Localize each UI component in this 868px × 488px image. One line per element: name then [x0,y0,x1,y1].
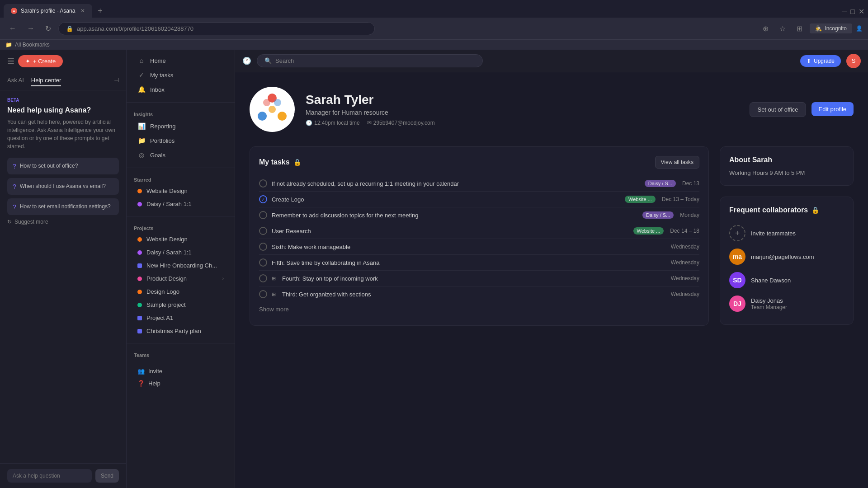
back-btn[interactable]: ← [5,23,20,34]
projects-section: Projects Website Design Daisy / Sarah 1:… [127,218,235,341]
create-icon: ✦ [25,58,30,65]
incognito-icon: 🕵 [815,25,822,32]
help-center-tab[interactable]: Help center [31,77,61,86]
help-prompt-2[interactable]: ? When should I use Asana vs email? [7,178,119,195]
incognito-btn[interactable]: 🕵 Incognito [810,23,852,33]
app: ☰ ✦ + Create Ask AI Help center ⊣ BETA N… [0,50,868,488]
history-btn[interactable]: 🕐 [242,56,251,65]
task-check-6[interactable] [259,258,267,267]
task-check-8[interactable] [259,290,267,298]
nav-section: ⌂ Home ✓ My tasks 🔔 Inbox [127,50,235,100]
task-check-3[interactable] [259,211,267,219]
profile-info: Sarah Tyler Manager for Human resource 🕐… [306,93,739,126]
task-check-1[interactable] [259,179,267,188]
collab-role-daisy: Team Manager [751,304,844,310]
sidebar-project-new-hire[interactable]: New Hire Onboarding Ch... [130,259,231,272]
search-bar[interactable]: 🔍 Search [257,54,483,67]
proj-dot-2 [137,250,142,255]
invite-circle-btn[interactable]: + [729,225,745,241]
task-check-2[interactable]: ✓ [259,195,267,203]
suggest-more-btn[interactable]: ↻ Suggest more [7,219,119,225]
help-prompt-3[interactable]: ? How to set email notification settings… [7,198,119,215]
create-btn[interactable]: ✦ + Create [18,55,63,67]
sidebar-starred-website[interactable]: Website Design [130,184,231,197]
right-panel: About Sarah Working Hours 9 AM to 5 PM F… [709,146,854,337]
sidebar-project-design-logo[interactable]: Design Logo [130,285,231,298]
profile-actions: Set out of office Edit profile [750,102,854,117]
sidebar-item-home[interactable]: ⌂ Home [130,53,231,68]
help-sidebar-btn[interactable]: ❓ Help [134,377,227,389]
task-tag-1: Daisy / S... [645,180,676,187]
bookmarks-icon: 📁 [5,42,12,48]
collab-item-shane[interactable]: SD Shane Dawson [729,268,844,292]
set-out-of-office-btn[interactable]: Set out of office [750,102,806,117]
sidebar-project-a1[interactable]: Project A1 [130,311,231,324]
hamburger-btn[interactable]: ☰ [7,56,14,66]
view-all-tasks-btn[interactable]: View all tasks [655,156,699,169]
ask-ai-tab[interactable]: Ask AI [7,77,24,86]
user-avatar[interactable]: S [846,54,861,68]
help-circle-icon: ❓ [137,380,145,387]
my-tasks-label: My tasks [150,72,173,79]
user-profile-btn[interactable]: 👤 [856,25,863,32]
address-text: app.asana.com/0/profile/1206160204288770 [77,25,193,32]
sidebar-item-goals[interactable]: ◎ Goals [130,148,231,162]
show-more-btn[interactable]: Show more [259,302,699,316]
edit-profile-btn[interactable]: Edit profile [811,102,854,116]
proj-label-1: Website Design [146,236,188,243]
extensions-btn[interactable]: ⊕ [759,23,772,35]
sidebar-project-product-design[interactable]: Product Design › [130,272,231,285]
sidebar-project-website[interactable]: Website Design [130,233,231,246]
proj-dot-4 [137,277,142,281]
tab-favicon: A [11,8,17,14]
invite-icon: 👥 [137,368,145,375]
tab-close-btn[interactable]: ✕ [80,8,85,14]
invite-teammates-item[interactable]: + Invite teammates [729,221,844,245]
new-tab-btn[interactable]: + [94,5,106,18]
help-input[interactable] [7,469,92,483]
sidebar-starred-daisy[interactable]: Daisy / Sarah 1:1 [130,197,231,211]
help-prompt-1[interactable]: ? How to set out of office? [7,158,119,174]
task-check-4[interactable] [259,227,267,235]
sidebar-item-inbox[interactable]: 🔔 Inbox [130,82,231,97]
sidebar-item-reporting[interactable]: 📊 Reporting [130,119,231,133]
forward-btn[interactable]: → [24,23,38,34]
sidebar-project-sample[interactable]: Sample project [130,298,231,311]
profile-name: Sarah Tyler [306,93,739,107]
maximize-btn[interactable]: □ [850,8,855,16]
close-window-btn[interactable]: ✕ [859,7,864,16]
collab-info-shane: Shane Dawson [751,277,844,284]
collab-avatar-daisy: DJ [729,296,745,312]
proj-label-3: New Hire Onboarding Ch... [146,262,217,269]
bookmark-star-btn[interactable]: ☆ [776,23,789,35]
minimize-btn[interactable]: ─ [842,8,847,16]
refresh-btn[interactable]: ↻ [42,23,55,35]
active-tab[interactable]: A Sarah's profile - Asana ✕ [4,4,92,18]
teams-section: Teams 👥 Invite ❓ Help [127,345,235,399]
collab-item-daisy[interactable]: DJ Daisy Jonas Team Manager [729,292,844,315]
invite-btn[interactable]: 👥 Invite [134,365,227,377]
profile-email: ✉ 295b9407@moodjoy.com [367,120,435,126]
app-header: 🕐 🔍 Search ⬆ Upgrade S [235,50,868,72]
sidebar-toggle-btn[interactable]: ⊞ [793,23,806,35]
profile-meta: 🕐 12:40pm local time ✉ 295b9407@moodjoy.… [306,120,739,126]
upgrade-btn[interactable]: ⬆ Upgrade [800,55,841,67]
sidebar-item-portfolios[interactable]: 📁 Portfolios [130,133,231,148]
collapse-btn[interactable]: ⊣ [114,77,119,86]
task-check-7[interactable] [259,274,267,282]
help-description: You can get help here, powered by artifi… [7,118,119,150]
task-row-8: ⊞ Third: Get organized with sections Wed… [259,286,699,302]
collab-item-marjun[interactable]: ma marjun@pageflows.com [729,245,844,268]
tasks-title-text: My tasks [259,158,290,166]
create-label: + Create [33,58,56,65]
prompt-icon-3: ? [13,203,16,211]
portfolios-label: Portfolios [150,137,175,144]
send-btn[interactable]: Send [95,469,119,483]
proj-dot-6 [137,303,142,307]
sidebar-item-my-tasks[interactable]: ✓ My tasks [130,68,231,82]
sidebar-project-daisy[interactable]: Daisy / Sarah 1:1 [130,246,231,259]
task-date-8: Wednesday [671,291,699,297]
address-bar[interactable]: 🔒 app.asana.com/0/profile/12061602042887… [58,22,375,35]
task-check-5[interactable] [259,243,267,251]
sidebar-project-christmas[interactable]: Christmas Party plan [130,324,231,338]
